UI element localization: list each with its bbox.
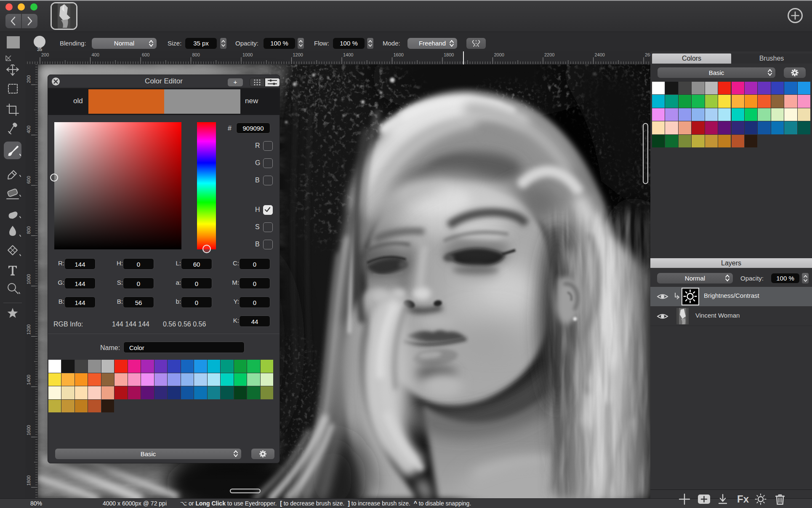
- svg-text:1600: 1600: [26, 425, 31, 435]
- svg-text:400: 400: [92, 52, 99, 57]
- svg-text:1000: 1000: [26, 274, 31, 284]
- svg-text:800: 800: [26, 226, 31, 234]
- svg-text:1200: 1200: [293, 52, 303, 57]
- svg-text:Fx: Fx: [737, 493, 749, 505]
- svg-text:2400: 2400: [595, 52, 605, 57]
- svg-text:1800: 1800: [26, 476, 31, 486]
- svg-text:1400: 1400: [343, 52, 353, 57]
- svg-text:1200: 1200: [26, 324, 31, 334]
- svg-text:1400: 1400: [26, 375, 31, 385]
- svg-text:200: 200: [26, 75, 31, 83]
- svg-text:400: 400: [26, 126, 31, 133]
- svg-text:600: 600: [142, 52, 149, 57]
- svg-text:200: 200: [41, 52, 49, 57]
- svg-text:1600: 1600: [394, 52, 404, 57]
- svg-text:1000: 1000: [242, 52, 253, 57]
- svg-text:600: 600: [26, 176, 31, 184]
- svg-text:2000: 2000: [494, 52, 504, 57]
- svg-text:800: 800: [192, 52, 200, 57]
- svg-text:2200: 2200: [544, 52, 554, 57]
- svg-text:1800: 1800: [444, 52, 454, 57]
